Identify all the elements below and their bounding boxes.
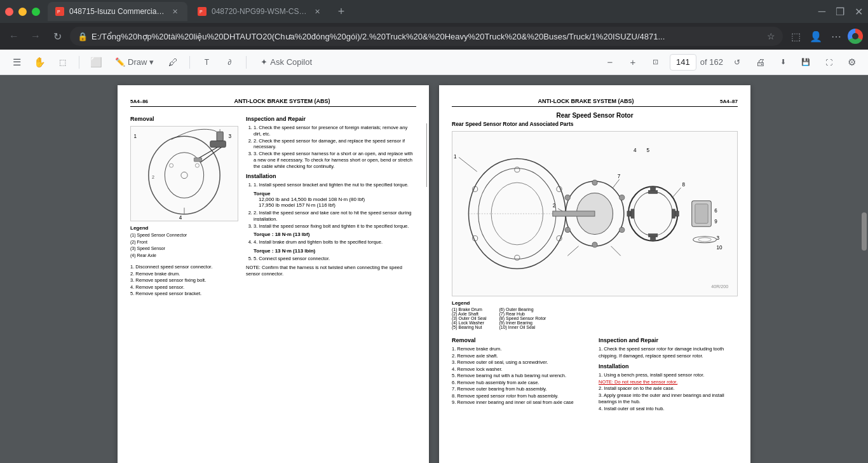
minimize-window-btn[interactable] — [18, 8, 27, 16]
rotate-left-button[interactable]: ↺ — [728, 53, 746, 71]
zoom-in-button[interactable]: + — [624, 53, 642, 71]
tab-1[interactable]: P 048715-Isuzu Commercial Truck ✕ — [48, 2, 187, 21]
pdf-select-tool[interactable]: ⬚ — [53, 53, 71, 71]
r-removal-9: 9. Remove inner bearing and inner oil se… — [452, 399, 591, 406]
svg-text:P: P — [200, 10, 203, 14]
svg-text:6: 6 — [714, 208, 717, 214]
installation-steps-right: 1. Using a bench press, install speed se… — [599, 372, 738, 412]
save-button[interactable]: 💾 — [797, 53, 815, 71]
legend-item-4: (4) Rear Axle — [130, 252, 238, 259]
window-action-buttons: ─ ❒ ✕ — [818, 6, 863, 18]
eraser-icon[interactable]: ⬜ — [87, 53, 105, 71]
tab-1-icon: P — [55, 7, 64, 16]
restore-icon[interactable]: ❒ — [836, 6, 844, 18]
page-header-left: 5A4–86 ANTI-LOCK BRAKE SYSTEM (ABS) — [130, 98, 416, 107]
new-tab-button[interactable]: + — [332, 3, 350, 20]
maximize-window-btn[interactable] — [32, 8, 40, 16]
toolbar-separator-2 — [189, 56, 190, 69]
svg-rect-7 — [217, 132, 223, 141]
toolbar-separator-3 — [246, 56, 247, 69]
svg-rect-53 — [695, 204, 708, 224]
left-column: Removal — [130, 112, 238, 298]
minimize-icon[interactable]: ─ — [818, 6, 825, 17]
svg-rect-42 — [627, 211, 631, 216]
copilot-label: Ask Copilot — [270, 57, 312, 67]
inspection-title-left: Inspection and Repair — [246, 116, 416, 122]
svg-point-35 — [620, 195, 625, 200]
legend-container-right: (1) Brake Drum (2) Axle Shaft (3) Outer … — [452, 307, 738, 329]
chrome-logo — [848, 29, 863, 44]
forward-button[interactable]: → — [27, 27, 44, 45]
r-removal-7: 7. Remove outer bearing from hub assembl… — [452, 386, 591, 393]
installation-note: NOTE: Confirm that the harness is not tw… — [246, 265, 416, 277]
tab-2-close[interactable]: ✕ — [312, 6, 322, 17]
tab-2-label: 048720-NPG99-WSM-CS2.pdf — [212, 7, 307, 16]
svg-text:2: 2 — [553, 203, 556, 209]
ask-copilot-button[interactable]: ✦ Ask Copilot — [254, 55, 318, 69]
page-number-input[interactable] — [670, 54, 696, 71]
close-window-btn[interactable] — [5, 8, 13, 16]
legend-r-10: (10) Inner Oil Seal — [499, 325, 546, 329]
right-column: Inspection and Repair 1. Check the speed… — [246, 112, 416, 298]
tab-1-close[interactable]: ✕ — [170, 6, 180, 17]
svg-rect-44 — [675, 211, 679, 216]
r-install-note: NOTE: Do not reuse the sensor rotor. — [599, 379, 738, 386]
fit-page-button[interactable]: ⊡ — [647, 53, 665, 71]
zoom-out-button[interactable]: − — [601, 53, 619, 71]
fullscreen-button[interactable]: ⛶ — [820, 53, 837, 71]
pdf-hand-tool[interactable]: ✋ — [31, 53, 48, 71]
print-button[interactable]: 🖨 — [751, 53, 769, 71]
settings-icon[interactable]: ⋯ — [827, 27, 845, 45]
tab-2[interactable]: P 048720-NPG99-WSM-CS2.pdf ✕ — [190, 2, 330, 21]
download-button[interactable]: ⬇ — [774, 53, 792, 71]
torque-value-1a: 12,000 lb and 14,500 lb model 108 N·m (8… — [259, 197, 416, 202]
svg-line-4 — [201, 146, 224, 163]
svg-text:1: 1 — [133, 134, 137, 139]
address-input[interactable]: 🔒 E:/Tổng%20hợp%20tài%20liệu%20DHTAUTO20… — [70, 27, 783, 46]
legend-title-left: Legend — [130, 225, 238, 231]
draw-button[interactable]: ✏️ Draw ▾ — [110, 55, 159, 69]
removal-steps-right: 1. Remove brake drum. 2. Remove axle sha… — [452, 346, 591, 406]
inspection-step-right-1: 1. Check the speed sensor rotor for dama… — [599, 346, 738, 359]
svg-text:3: 3 — [228, 134, 231, 139]
torque-label-1: Torque — [254, 191, 416, 197]
sidebar-toggle-button[interactable]: ☰ — [8, 53, 25, 71]
back-button[interactable]: ← — [5, 27, 23, 45]
close-icon[interactable]: ✕ — [855, 6, 863, 18]
highlight-tool[interactable]: 🖊 — [164, 53, 182, 71]
more-options-button[interactable]: ⚙ — [843, 53, 860, 71]
svg-point-60 — [698, 238, 711, 242]
r-removal-6: 6. Remove hub assembly from axle case. — [452, 380, 591, 387]
extensions-icon[interactable]: ⬚ — [787, 27, 804, 45]
svg-line-65 — [567, 246, 578, 256]
profile-icon[interactable]: 👤 — [807, 27, 825, 45]
reload-button[interactable]: ↻ — [48, 27, 66, 45]
svg-text:P: P — [57, 10, 60, 14]
removal-step-2: 2. Remove brake drum. — [130, 271, 238, 278]
svg-rect-46 — [651, 186, 656, 190]
r-removal-2: 2. Remove axle shaft. — [452, 353, 591, 360]
r-removal-5: 5. Remove bearing nut with a hub bearing… — [452, 373, 591, 380]
inspection-step-3: 3. Check the speed sensor harness for a … — [254, 151, 416, 169]
installation-title-right: Installation — [599, 363, 738, 370]
text-tool[interactable]: T — [198, 53, 215, 71]
legend-right: (6) Outer Bearing (7) Rear Hub (8) Speed… — [499, 307, 546, 329]
math-tool[interactable]: ∂ — [220, 53, 238, 71]
svg-point-15 — [170, 163, 173, 167]
install-step-4: 4. Install brake drum and tighten bolts … — [254, 239, 416, 245]
star-icon[interactable]: ☆ — [767, 31, 775, 41]
r-removal-1: 1. Remove brake drum. — [452, 346, 591, 353]
right-removal-col: Removal 1. Remove brake drum. 2. Remove … — [452, 333, 591, 412]
removal-title-left: Removal — [130, 116, 238, 122]
r-removal-4: 4. Remove lock washer. — [452, 366, 591, 373]
address-text: E:/Tổng%20hợp%20tài%20liệu%20DHTAUTO20(C… — [92, 32, 763, 41]
scroll-handle[interactable] — [862, 212, 867, 251]
svg-point-2 — [149, 136, 220, 214]
page-num-right: 5A4–87 — [720, 99, 738, 104]
svg-point-16 — [195, 163, 199, 167]
svg-rect-48 — [651, 237, 656, 241]
svg-text:7: 7 — [618, 174, 621, 179]
svg-line-58 — [558, 209, 562, 211]
svg-text:4: 4 — [179, 215, 182, 221]
legend-r-4: (4) Lock Washer — [452, 321, 486, 325]
